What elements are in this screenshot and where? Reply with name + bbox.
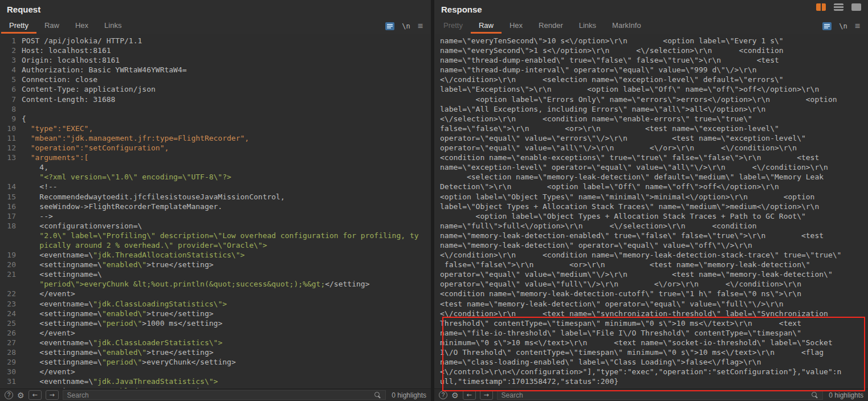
request-code-line: 6Content-Type: application/json xyxy=(3,84,431,94)
request-code-line: 24 <settingname=\"enabled\">true</settin… xyxy=(3,309,431,318)
next-match-button[interactable]: → xyxy=(480,390,493,400)
request-code-line: 31 <eventname=\"jdk.JavaThreadStatistics… xyxy=(3,377,431,386)
response-code-line: label=\"Object Types + Allocation Stack … xyxy=(440,202,868,211)
prev-match-button[interactable]: ← xyxy=(28,390,42,400)
help-icon[interactable]: ? xyxy=(5,391,13,399)
response-tab-pretty[interactable]: Pretty xyxy=(435,18,471,34)
response-code-line: false=\"false\">\r\n <or>\r\n <test name… xyxy=(440,124,868,133)
response-code-line: <\/condition>\r\n <selection name=\"exce… xyxy=(440,75,868,84)
response-code-line: name=\"everySecond\">1 s<\/option>\r\n <… xyxy=(440,46,868,55)
response-code-line: <option label=\"Object Types + Allocatio… xyxy=(440,211,868,221)
request-search-field xyxy=(63,390,386,400)
settings-gear-icon[interactable]: ⚙ xyxy=(17,391,25,399)
response-tabbar: PrettyRawHexRenderLinksMarkInfo \n ≡ xyxy=(434,18,868,34)
request-code-line: 28 <settingname=\"enabled\">true</settin… xyxy=(3,347,431,357)
response-code-line: I\/O Threshold\" contentType=\"timespan\… xyxy=(440,347,868,357)
columns-layout-icon[interactable] xyxy=(816,3,826,11)
request-code-line: 17 --> xyxy=(3,211,431,221)
response-code-line: name=\"memory-leak-detection-enabled\" t… xyxy=(440,231,868,240)
pretty-print-icon[interactable] xyxy=(385,22,394,30)
request-highlights-count: 0 highlights xyxy=(392,391,426,399)
maximize-layout-icon[interactable] xyxy=(851,3,861,11)
request-code-line: 3Origin: localhost:8161 xyxy=(3,55,431,65)
request-code-line: 1POST /api/jolokia/ HTTP/1.1 xyxy=(3,36,431,46)
response-code-line: name=\"file-io-threshold\" label=\"File … xyxy=(440,328,868,338)
request-code-line: 14 <!-- xyxy=(3,182,431,191)
request-code-line: 26 </event> xyxy=(3,328,431,338)
request-tab-pretty[interactable]: Pretty xyxy=(1,18,36,34)
response-tabs: PrettyRawHexRenderLinksMarkInfo xyxy=(435,18,822,34)
response-tab-hex[interactable]: Hex xyxy=(502,18,531,34)
response-code-line: Detection\">\r\n <option label=\"Off\" n… xyxy=(440,182,868,191)
request-tab-links[interactable]: Links xyxy=(96,18,129,34)
http-message-viewer: Request PrettyRawHexLinks \n ≡ 1POST /ap… xyxy=(0,0,868,401)
request-code: 1POST /api/jolokia/ HTTP/1.12Host: local… xyxy=(3,36,431,388)
response-code-line: operator=\"equal\" value=\"medium\"\/>\r… xyxy=(440,269,868,279)
request-code-line: 10 "type":"EXEC", xyxy=(3,124,431,133)
request-tab-hex[interactable]: Hex xyxy=(67,18,96,34)
show-newlines-icon[interactable]: \n xyxy=(839,22,847,30)
request-code-line: "<?xml version=\"1.0\" encoding=\"UTF-8\… xyxy=(3,172,431,182)
request-search-bar: ? ⚙ ← → 0 highlights xyxy=(0,388,431,401)
request-code-line: "period\">everyChunk &lt;%out.println(&q… xyxy=(3,279,431,289)
response-search-field xyxy=(497,390,824,400)
response-code-line: operator=\"equal\" value=\"all\"\/>\r\n … xyxy=(440,143,868,153)
request-code-line: 2Host: localhost:8161 xyxy=(3,46,431,55)
request-code-line: 25 <settingname=\"period\">1000 ms</sett… xyxy=(3,318,431,328)
response-header: Response xyxy=(434,0,868,18)
response-code-line: <condition name=\"enable-exceptions\" tr… xyxy=(440,153,868,162)
search-magnifier-icon[interactable] xyxy=(811,391,818,399)
request-editor[interactable]: 1POST /api/jolokia/ HTTP/1.12Host: local… xyxy=(0,34,431,388)
settings-gear-icon[interactable]: ⚙ xyxy=(451,391,459,399)
response-editor-tools: \n ≡ xyxy=(822,18,860,34)
response-tab-markinfo[interactable]: MarkInfo xyxy=(604,18,649,34)
request-code-line: 23 <eventname=\"jdk.ClassLoadingStatisti… xyxy=(3,299,431,309)
response-tab-links[interactable]: Links xyxy=(571,18,604,34)
response-code-line: <selection name=\"memory-leak-detection\… xyxy=(440,172,868,182)
response-tab-raw[interactable]: Raw xyxy=(471,18,502,34)
request-code-line: 27 <eventname=\"jdk.ClassLoaderStatistic… xyxy=(3,338,431,347)
request-code-line: 30 </event> xyxy=(3,367,431,377)
response-code-line: <option label=\"Errors Only\" name=\"err… xyxy=(440,95,868,104)
request-header: Request xyxy=(0,0,431,18)
request-code-line: 11 "mbean":"jdk.management.jfr:type=Flig… xyxy=(3,133,431,143)
layout-buttons xyxy=(816,3,861,11)
request-code-line: 12 "operation":"setConfiguration", xyxy=(3,143,431,153)
rows-layout-icon[interactable] xyxy=(834,3,843,11)
request-code-line: 4, xyxy=(3,162,431,172)
editor-menu-icon[interactable]: ≡ xyxy=(855,22,860,31)
search-magnifier-icon[interactable] xyxy=(374,391,381,399)
prev-match-button[interactable]: ← xyxy=(463,390,476,400)
editor-menu-icon[interactable]: ≡ xyxy=(418,22,423,31)
request-code-line: pically around 2 % overhead.\" provider=… xyxy=(3,240,431,250)
next-match-button[interactable]: → xyxy=(46,390,59,400)
response-search-bar: ? ⚙ ← → 0 highlights xyxy=(434,388,868,401)
response-editor[interactable]: name=\"everyTenSecond\">10 s<\/option>\r… xyxy=(434,34,868,388)
request-tabbar: PrettyRawHexLinks \n ≡ xyxy=(0,18,431,34)
response-tab-render[interactable]: Render xyxy=(531,18,571,34)
response-code-line: name=\"full\">full<\/option>\r\n <\/sele… xyxy=(440,221,868,231)
request-code-line: 29 <settingname=\"period\">everyChunk</s… xyxy=(3,357,431,367)
response-code: name=\"everyTenSecond\">10 s<\/option>\r… xyxy=(440,36,868,386)
request-code-line: 13 "arguments":[ xyxy=(3,153,431,162)
response-title: Response xyxy=(441,5,482,14)
response-code-line: name=\"thread-dump-interval\" operator=\… xyxy=(440,65,868,75)
pretty-print-icon[interactable] xyxy=(822,22,832,30)
request-code-line: "2.0\" label=\"Profiling\" description=\… xyxy=(3,231,431,240)
request-editor-tools: \n ≡ xyxy=(385,18,423,34)
request-code-line: 4Authorization: Basic YWRtaW46YWRtaW4= xyxy=(3,65,431,75)
request-code-line: 16 seeWindow->FlightRecorderTemplateMana… xyxy=(3,202,431,211)
request-tab-raw[interactable]: Raw xyxy=(36,18,67,34)
response-code-line: <test name=\"memory-leak-detection\" ope… xyxy=(440,299,868,309)
show-newlines-icon[interactable]: \n xyxy=(402,22,410,30)
response-code-line: name=\"thread-dump-enabled\" true=\"fals… xyxy=(440,55,868,65)
request-code-line: 9{ xyxy=(3,114,431,124)
request-search-input[interactable] xyxy=(67,391,371,399)
response-code-line: minimum=\"0 s\">10 ms<\/text>\r\n <text … xyxy=(440,338,868,347)
request-tabs: PrettyRawHexLinks xyxy=(1,18,385,34)
request-title: Request xyxy=(7,5,40,14)
help-icon[interactable]: ? xyxy=(439,391,447,399)
request-code-line: 19 <eventname=\"jdk.ThreadAllocationStat… xyxy=(3,250,431,260)
response-code-line: name=\"memory-leak-detection\" operator=… xyxy=(440,240,868,250)
response-search-input[interactable] xyxy=(502,391,808,399)
